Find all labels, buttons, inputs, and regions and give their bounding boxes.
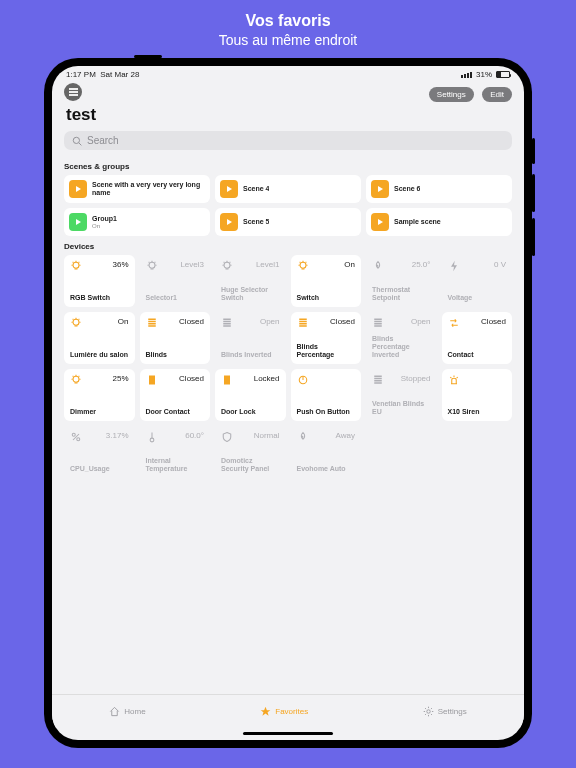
- device-card[interactable]: 36% RGB Switch: [64, 255, 135, 307]
- bulb-icon: [70, 260, 82, 272]
- device-card[interactable]: Away Evohome Auto: [291, 426, 362, 478]
- device-name: Blinds Inverted: [221, 351, 280, 359]
- device-value: 3.17%: [106, 431, 129, 440]
- section-scenes: Scenes & groups: [64, 162, 512, 171]
- device-card[interactable]: Closed Contact: [442, 312, 513, 364]
- edit-button[interactable]: Edit: [482, 87, 512, 102]
- home-indicator[interactable]: [243, 732, 333, 735]
- scene-card[interactable]: Scene 6: [366, 175, 512, 203]
- device-card[interactable]: Level3 Selector1: [140, 255, 211, 307]
- device-card[interactable]: 0 V Voltage: [442, 255, 513, 307]
- device-card[interactable]: 3.17% CPU_Usage: [64, 426, 135, 478]
- blinds-icon: [146, 317, 158, 329]
- scene-name: Group1: [92, 215, 117, 223]
- tablet-frame: 1:17 PM Sat Mar 28 31% Settings Edit tes…: [44, 58, 532, 748]
- settings-button[interactable]: Settings: [429, 87, 474, 102]
- device-name: Selector1: [146, 294, 205, 302]
- scene-icon: [371, 180, 389, 198]
- scene-name: Sample scene: [394, 218, 441, 226]
- device-name: Contact: [448, 351, 507, 359]
- shield-icon: [221, 431, 233, 443]
- device-value: Level1: [256, 260, 280, 269]
- device-card[interactable]: Open Blinds Inverted: [215, 312, 286, 364]
- device-name: Dimmer: [70, 408, 129, 416]
- percent-icon: [70, 431, 82, 443]
- device-name: Thermostat Setpoint: [372, 286, 431, 302]
- device-card[interactable]: Push On Button: [291, 369, 362, 421]
- device-card[interactable]: Open Blinds Percentage Inverted: [366, 312, 437, 364]
- device-card[interactable]: X10 Siren: [442, 369, 513, 421]
- device-name: Blinds Percentage: [297, 343, 356, 359]
- battery-pct: 31%: [476, 70, 492, 79]
- star-icon: [260, 706, 271, 717]
- device-card[interactable]: 25.0° Thermostat Setpoint: [366, 255, 437, 307]
- status-time: 1:17 PM: [66, 70, 96, 79]
- scene-name: Scene 6: [394, 185, 420, 193]
- device-name: Evohome Auto: [297, 465, 356, 473]
- tab-settings[interactable]: Settings: [423, 706, 467, 717]
- tab-home-label: Home: [124, 707, 145, 716]
- wifi-icon: [461, 72, 472, 78]
- tab-home[interactable]: Home: [109, 706, 145, 717]
- device-card[interactable]: Stopped Venetian Blinds EU: [366, 369, 437, 421]
- device-name: Blinds: [146, 351, 205, 359]
- section-devices: Devices: [64, 242, 512, 251]
- device-value: Normal: [254, 431, 280, 440]
- bulb-icon: [70, 317, 82, 329]
- device-value: Closed: [179, 374, 204, 383]
- device-name: Blinds Percentage Inverted: [372, 335, 431, 359]
- device-value: 60.0°: [185, 431, 204, 440]
- blinds-icon: [297, 317, 309, 329]
- device-card[interactable]: Locked Door Lock: [215, 369, 286, 421]
- device-value: 0 V: [494, 260, 506, 269]
- device-card[interactable]: 60.0° Internal Temperature: [140, 426, 211, 478]
- device-name: Domoticz Security Panel: [221, 457, 280, 473]
- tab-bar: Home Favorites Settings: [52, 694, 524, 728]
- door-icon: [146, 374, 158, 386]
- device-value: Closed: [179, 317, 204, 326]
- menu-button[interactable]: [64, 83, 82, 101]
- home-icon: [109, 706, 120, 717]
- device-card[interactable]: On Switch: [291, 255, 362, 307]
- bolt-icon: [448, 260, 460, 272]
- device-name: CPU_Usage: [70, 465, 129, 473]
- scene-sub: On: [92, 223, 117, 230]
- device-value: Closed: [330, 317, 355, 326]
- device-value: Level3: [180, 260, 204, 269]
- device-card[interactable]: 25% Dimmer: [64, 369, 135, 421]
- scene-card[interactable]: Scene with a very very very long name: [64, 175, 210, 203]
- scene-card[interactable]: Scene 4: [215, 175, 361, 203]
- device-name: Venetian Blinds EU: [372, 400, 431, 416]
- device-value: Open: [260, 317, 280, 326]
- tab-favorites[interactable]: Favorites: [260, 706, 308, 717]
- device-name: Lumière du salon: [70, 351, 129, 359]
- search-icon: [72, 136, 82, 146]
- bulb-icon: [70, 374, 82, 386]
- gear-icon: [423, 706, 434, 717]
- device-card[interactable]: Level1 Huge Selector Switch: [215, 255, 286, 307]
- tab-favorites-label: Favorites: [275, 707, 308, 716]
- device-card[interactable]: Closed Blinds Percentage: [291, 312, 362, 364]
- device-value: 25.0°: [412, 260, 431, 269]
- device-value: On: [344, 260, 355, 269]
- device-card[interactable]: On Lumière du salon: [64, 312, 135, 364]
- device-name: X10 Siren: [448, 408, 507, 416]
- device-card[interactable]: Closed Blinds: [140, 312, 211, 364]
- search-input[interactable]: Search: [64, 131, 512, 150]
- scene-card[interactable]: Scene 5: [215, 208, 361, 236]
- device-value: Away: [336, 431, 355, 440]
- thermo-icon: [146, 431, 158, 443]
- device-name: Push On Button: [297, 408, 356, 416]
- scene-icon: [220, 213, 238, 231]
- device-card[interactable]: Closed Door Contact: [140, 369, 211, 421]
- device-card[interactable]: Normal Domoticz Security Panel: [215, 426, 286, 478]
- flame-icon: [297, 431, 309, 443]
- device-name: Door Contact: [146, 408, 205, 416]
- scene-card[interactable]: Sample scene: [366, 208, 512, 236]
- scene-name: Scene 4: [243, 185, 269, 193]
- blinds-icon: [372, 317, 384, 329]
- status-date: Sat Mar 28: [100, 70, 139, 79]
- scene-card[interactable]: Group1On: [64, 208, 210, 236]
- status-bar: 1:17 PM Sat Mar 28 31%: [52, 66, 524, 81]
- blinds-icon: [372, 374, 384, 386]
